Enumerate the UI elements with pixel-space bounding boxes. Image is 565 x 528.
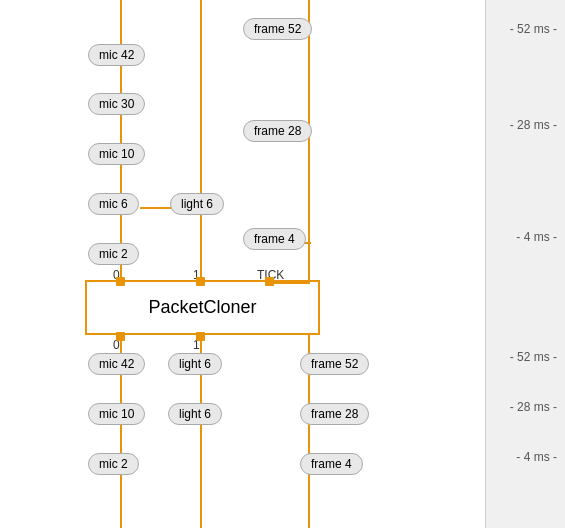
connector-out1 <box>196 332 205 341</box>
node-mic10-out: mic 10 <box>88 403 145 425</box>
node-mic2-in: mic 2 <box>88 243 139 265</box>
node-mic42-in: mic 42 <box>88 44 145 66</box>
timeline-label-52ms-bot: - 52 ms - <box>510 350 557 364</box>
node-mic2-out: mic 2 <box>88 453 139 475</box>
diagram: - 52 ms - - 28 ms - - 4 ms - - 52 ms - -… <box>0 0 565 528</box>
node-frame52-in: frame 52 <box>243 18 312 40</box>
node-frame4-out: frame 4 <box>300 453 363 475</box>
node-frame52-out: frame 52 <box>300 353 369 375</box>
timeline: - 52 ms - - 28 ms - - 4 ms - - 52 ms - -… <box>485 0 565 528</box>
hline-tick <box>270 282 310 284</box>
connector-out0 <box>116 332 125 341</box>
node-light6-in: light 6 <box>170 193 224 215</box>
node-mic30-in: mic 30 <box>88 93 145 115</box>
node-frame28-in: frame 28 <box>243 120 312 142</box>
timeline-label-4ms-bot: - 4 ms - <box>516 450 557 464</box>
cloner-label: PacketCloner <box>148 297 256 318</box>
node-mic10-in: mic 10 <box>88 143 145 165</box>
node-light6-out2: light 6 <box>168 403 222 425</box>
timeline-label-4ms-top: - 4 ms - <box>516 230 557 244</box>
connector-in1 <box>196 277 205 286</box>
connector-in0 <box>116 277 125 286</box>
node-light6-out1: light 6 <box>168 353 222 375</box>
node-frame4-in: frame 4 <box>243 228 306 250</box>
timeline-label-52ms-top: - 52 ms - <box>510 22 557 36</box>
vline-mid-input <box>200 0 202 282</box>
node-mic42-out: mic 42 <box>88 353 145 375</box>
timeline-label-28ms-bot: - 28 ms - <box>510 400 557 414</box>
node-frame28-out: frame 28 <box>300 403 369 425</box>
vline-right-input <box>308 0 310 282</box>
hline-mic6-light6 <box>140 207 172 209</box>
node-mic6-in: mic 6 <box>88 193 139 215</box>
cloner-box: PacketCloner <box>85 280 320 335</box>
vline-left-input <box>120 0 122 282</box>
timeline-label-28ms-top: - 28 ms - <box>510 118 557 132</box>
